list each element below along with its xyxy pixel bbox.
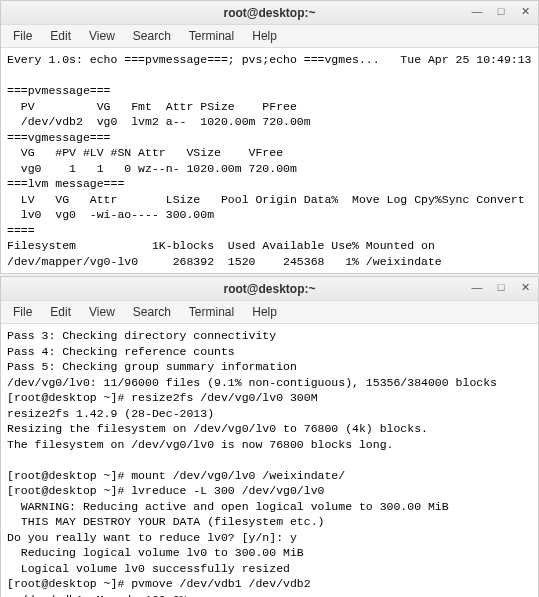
terminal-line: resize2fs 1.42.9 (28-Dec-2013) <box>7 406 532 422</box>
terminal-line: ==== <box>7 223 532 239</box>
minimize-icon[interactable]: — <box>470 280 484 294</box>
maximize-icon[interactable]: □ <box>494 280 508 294</box>
window-title: root@desktop:~ <box>223 282 315 296</box>
terminal-output[interactable]: Every 1.0s: echo ===pvmessage===; pvs;ec… <box>1 48 538 273</box>
menu-help[interactable]: Help <box>244 303 285 321</box>
terminal-line: Reducing logical volume lv0 to 300.00 Mi… <box>7 545 532 561</box>
menu-view[interactable]: View <box>81 303 123 321</box>
titlebar[interactable]: root@desktop:~ — □ ✕ <box>1 1 538 25</box>
terminal-window-2: root@desktop:~ — □ ✕ File Edit View Sear… <box>0 276 539 597</box>
terminal-line: ===pvmessage=== <box>7 83 532 99</box>
menu-terminal[interactable]: Terminal <box>181 27 242 45</box>
terminal-line <box>7 68 532 84</box>
menu-edit[interactable]: Edit <box>42 303 79 321</box>
menubar: File Edit View Search Terminal Help <box>1 25 538 48</box>
terminal-line: THIS MAY DESTROY YOUR DATA (filesystem e… <box>7 514 532 530</box>
terminal-line: [root@desktop ~]# mount /dev/vg0/lv0 /we… <box>7 468 532 484</box>
terminal-line: Every 1.0s: echo ===pvmessage===; pvs;ec… <box>7 52 532 68</box>
terminal-line: VG #PV #LV #SN Attr VSize VFree <box>7 145 532 161</box>
menu-terminal[interactable]: Terminal <box>181 303 242 321</box>
terminal-line: /dev/vdb2 vg0 lvm2 a-- 1020.00m 720.00m <box>7 114 532 130</box>
terminal-line: Pass 3: Checking directory connectivity <box>7 328 532 344</box>
terminal-window-1: root@desktop:~ — □ ✕ File Edit View Sear… <box>0 0 539 274</box>
terminal-line: vg0 1 1 0 wz--n- 1020.00m 720.00m <box>7 161 532 177</box>
terminal-line: Pass 5: Checking group summary informati… <box>7 359 532 375</box>
terminal-line <box>7 452 532 468</box>
menu-file[interactable]: File <box>5 27 40 45</box>
terminal-line: Pass 4: Checking reference counts <box>7 344 532 360</box>
terminal-line: WARNING: Reducing active and open logica… <box>7 499 532 515</box>
terminal-line: /dev/vdb1: Moved: 100.0% <box>7 592 532 597</box>
terminal-line: The filesystem on /dev/vg0/lv0 is now 76… <box>7 437 532 453</box>
menu-view[interactable]: View <box>81 27 123 45</box>
terminal-line: ===vgmessage=== <box>7 130 532 146</box>
terminal-line: /dev/mapper/vg0-lv0 268392 1520 245368 1… <box>7 254 532 270</box>
menubar: File Edit View Search Terminal Help <box>1 301 538 324</box>
terminal-line: LV VG Attr LSize Pool Origin Data% Move … <box>7 192 532 208</box>
terminal-line: [root@desktop ~]# pvmove /dev/vdb1 /dev/… <box>7 576 532 592</box>
terminal-line: Do you really want to reduce lv0? [y/n]:… <box>7 530 532 546</box>
terminal-line: ===lvm message=== <box>7 176 532 192</box>
menu-file[interactable]: File <box>5 303 40 321</box>
maximize-icon[interactable]: □ <box>494 4 508 18</box>
terminal-line: /dev/vg0/lv0: 11/96000 files (9.1% non-c… <box>7 375 532 391</box>
close-icon[interactable]: ✕ <box>518 280 532 294</box>
titlebar[interactable]: root@desktop:~ — □ ✕ <box>1 277 538 301</box>
menu-edit[interactable]: Edit <box>42 27 79 45</box>
close-icon[interactable]: ✕ <box>518 4 532 18</box>
terminal-line: Filesystem 1K-blocks Used Available Use%… <box>7 238 532 254</box>
terminal-line: [root@desktop ~]# lvreduce -L 300 /dev/v… <box>7 483 532 499</box>
window-controls: — □ ✕ <box>470 280 532 294</box>
terminal-line: Resizing the filesystem on /dev/vg0/lv0 … <box>7 421 532 437</box>
terminal-output[interactable]: Pass 3: Checking directory connectivityP… <box>1 324 538 597</box>
terminal-line: [root@desktop ~]# resize2fs /dev/vg0/lv0… <box>7 390 532 406</box>
terminal-line: lv0 vg0 -wi-ao---- 300.00m <box>7 207 532 223</box>
menu-search[interactable]: Search <box>125 27 179 45</box>
window-title: root@desktop:~ <box>223 6 315 20</box>
menu-help[interactable]: Help <box>244 27 285 45</box>
terminal-line: Logical volume lv0 successfully resized <box>7 561 532 577</box>
minimize-icon[interactable]: — <box>470 4 484 18</box>
terminal-line: PV VG Fmt Attr PSize PFree <box>7 99 532 115</box>
window-controls: — □ ✕ <box>470 4 532 18</box>
menu-search[interactable]: Search <box>125 303 179 321</box>
